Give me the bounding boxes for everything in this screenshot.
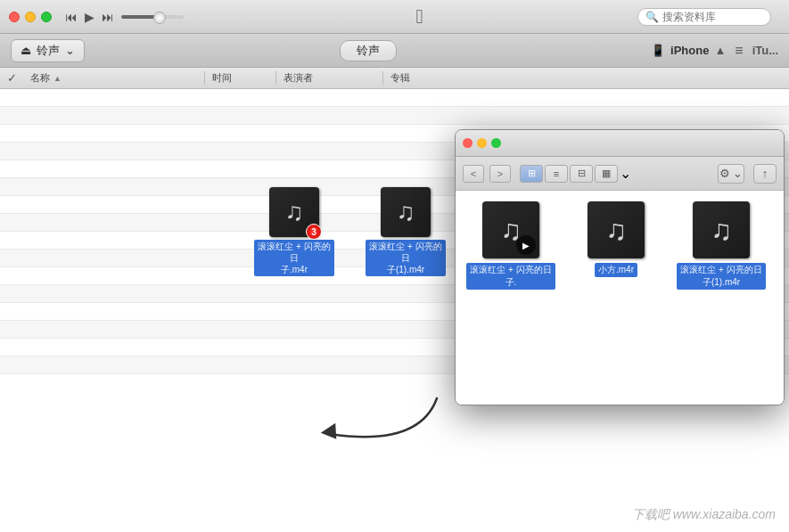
iphone-device-icon: 📱 xyxy=(651,44,665,57)
music-note-icon-2: ♫ xyxy=(397,198,415,226)
music-icon-art-1: ♫ 3 xyxy=(269,187,319,237)
toolbar: ⏏ 铃声 ⌄ 铃声 📱 iPhone ▲ ≡ iTu... xyxy=(0,34,789,68)
finder-icon-art-1: ♫ ▶ xyxy=(482,201,539,258)
device-eject-icon[interactable]: ▲ xyxy=(714,44,726,57)
finder-music-note-3: ♫ xyxy=(711,214,732,247)
itunes-file-2[interactable]: ♫ 滚滚红尘 + 闪亮的日子(1).m4r xyxy=(366,187,446,276)
finder-content: ♫ ▶ 滚滚红尘 + 闪亮的日子. ♫ 小方.m4r ♫ 滚滚红尘 + 闪亮的日… xyxy=(456,191,784,405)
checkmark-icon: ✓ xyxy=(7,71,17,85)
dropdown-arrow-icon: ⌄ xyxy=(65,44,75,57)
rewind-button[interactable]: ⏮ xyxy=(65,10,78,24)
gear-button[interactable]: ⚙ ⌄ xyxy=(718,164,744,184)
eject-icon-left: ⏏ xyxy=(21,44,31,57)
col-duration-header[interactable]: 时间 xyxy=(205,71,276,85)
col-name-header[interactable]: 名称 ▲ xyxy=(27,71,205,85)
search-icon: 🔍 xyxy=(645,11,659,23)
finder-traffic-lights xyxy=(463,138,501,148)
drag-arrow xyxy=(294,385,455,447)
ringtone-badge: 铃声 xyxy=(340,40,397,61)
finder-icon-art-2: ♫ xyxy=(588,201,645,258)
col-artist-label: 表演者 xyxy=(284,72,313,83)
search-input[interactable] xyxy=(662,11,763,23)
play-overlay-icon: ▶ xyxy=(516,235,536,255)
device-name-label: iPhone xyxy=(670,44,709,57)
minimize-button[interactable] xyxy=(25,12,36,22)
title-bar: ⏮ ▶ ⏭  🔍 xyxy=(0,0,789,34)
finder-window: < > ⊞ ≡ ⊟ ▦ ⌄ ⚙ ⌄ ↑ ♫ ▶ 滚滚红尘 + 闪亮的日子. ♫ … xyxy=(455,129,785,405)
finder-music-note-2: ♫ xyxy=(605,214,627,247)
column-headers: ✓ 名称 ▲ 时间 表演者 专辑 xyxy=(0,68,789,89)
device-controls: 📱 iPhone ▲ ≡ iTu... xyxy=(651,43,778,59)
col-name-label: 名称 xyxy=(30,71,50,85)
search-bar[interactable]: 🔍 xyxy=(637,8,771,26)
view-column-btn[interactable]: ⊟ xyxy=(570,165,593,183)
apple-logo:  xyxy=(201,5,637,29)
finder-title-bar xyxy=(456,130,784,157)
close-button[interactable] xyxy=(9,12,20,22)
col-album-label: 专辑 xyxy=(390,72,410,83)
music-icon-art-2: ♫ xyxy=(381,187,431,237)
finder-file-label-3: 滚滚红尘 + 闪亮的日子(1).m4r xyxy=(677,263,765,290)
badge-number-1: 3 xyxy=(306,224,322,240)
finder-toolbar: < > ⊞ ≡ ⊟ ▦ ⌄ ⚙ ⌄ ↑ xyxy=(456,157,784,191)
finder-maximize-button[interactable] xyxy=(491,138,501,148)
view-coverflow-btn[interactable]: ▦ xyxy=(595,165,618,183)
finder-file-label-2: 小方.m4r xyxy=(595,263,637,277)
finder-file-1[interactable]: ♫ ▶ 滚滚红尘 + 闪亮的日子. xyxy=(466,201,555,290)
music-note-icon-1: ♫ xyxy=(285,198,304,226)
col-duration-label: 时间 xyxy=(212,72,232,83)
file-label-1: 滚滚红尘 + 闪亮的日子.m4r xyxy=(254,240,334,276)
finder-back-button[interactable]: < xyxy=(463,165,484,183)
finder-file-2[interactable]: ♫ 小方.m4r xyxy=(571,201,661,277)
ringtone-label-left: 铃声 xyxy=(37,43,60,59)
play-button[interactable]: ▶ xyxy=(85,10,95,24)
finder-file-3[interactable]: ♫ 滚滚红尘 + 闪亮的日子(1).m4r xyxy=(677,201,766,290)
col-artist-header[interactable]: 表演者 xyxy=(276,71,383,85)
traffic-lights xyxy=(9,12,52,22)
forward-button[interactable]: ⏭ xyxy=(102,10,114,24)
view-icon-btn[interactable]: ⊞ xyxy=(520,165,543,183)
watermark: 下载吧 www.xiazaiba.com xyxy=(632,507,776,523)
col-album-header[interactable]: 专辑 xyxy=(383,71,517,85)
ringtone-selector-left[interactable]: ⏏ 铃声 ⌄ xyxy=(11,39,85,62)
maximize-button[interactable] xyxy=(41,12,52,22)
toolbar-center: 铃声 xyxy=(85,40,651,61)
toolbar-menu-button[interactable]: ≡ xyxy=(735,43,743,59)
col-check: ✓ xyxy=(0,71,27,85)
share-button[interactable]: ↑ xyxy=(753,164,777,184)
finder-icon-art-3: ♫ xyxy=(693,201,750,258)
file-label-2: 滚滚红尘 + 闪亮的日子(1).m4r xyxy=(366,240,446,276)
view-buttons: ⊞ ≡ ⊟ ▦ ⌄ xyxy=(520,165,631,183)
finder-minimize-button[interactable] xyxy=(477,138,487,148)
finder-file-label-1: 滚滚红尘 + 闪亮的日子. xyxy=(466,263,555,290)
itunes-file-1[interactable]: ♫ 3 滚滚红尘 + 闪亮的日子.m4r xyxy=(254,187,334,276)
itunes-label: iTu... xyxy=(752,44,778,57)
volume-slider[interactable] xyxy=(121,15,184,19)
finder-close-button[interactable] xyxy=(463,138,473,148)
transport-controls: ⏮ ▶ ⏭ xyxy=(65,10,184,24)
view-list-btn[interactable]: ≡ xyxy=(545,165,568,183)
view-dropdown[interactable]: ⌄ xyxy=(620,165,631,183)
col-sort-arrow: ▲ xyxy=(53,74,62,83)
svg-marker-0 xyxy=(319,423,338,442)
finder-forward-button[interactable]: > xyxy=(489,165,511,183)
